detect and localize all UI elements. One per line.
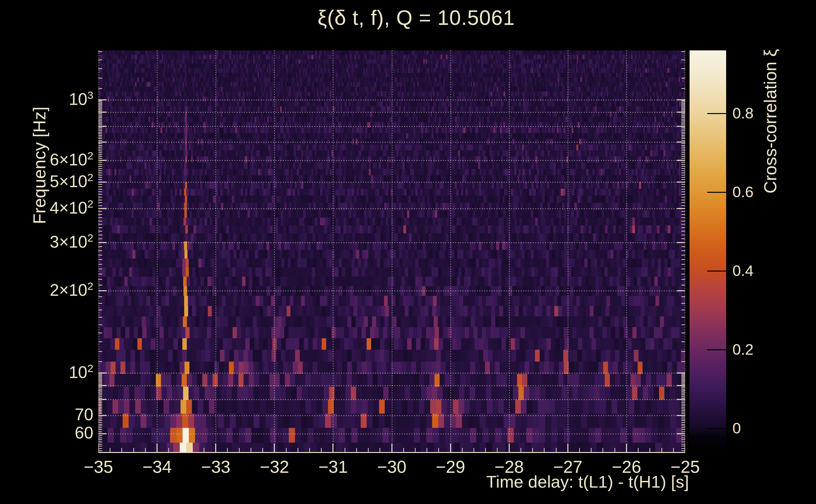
- y-tick-label: 3×102: [0, 232, 93, 251]
- heatmap-canvas: [98, 50, 685, 453]
- colorbar-tick-label: 0.8: [733, 105, 754, 122]
- colorbar-tick: [707, 113, 726, 114]
- colorbar-tick-label: 0.2: [733, 341, 754, 358]
- colorbar-tick-label: 0: [733, 420, 741, 437]
- y-tick-label: 103: [0, 89, 93, 109]
- x-axis-title: Time delay: t(L1) - t(H1) [s]: [0, 472, 689, 491]
- figure: ξ(δ t, f), Q = 10.5061 Frequency [Hz] −3…: [0, 0, 816, 504]
- y-tick-label: 102: [0, 362, 93, 382]
- colorbar-tick-label: 0.4: [733, 262, 754, 279]
- chart-title: ξ(δ t, f), Q = 10.5061: [16, 6, 816, 30]
- y-tick-label: 2×102: [0, 280, 93, 300]
- y-tick-label: 70: [0, 405, 93, 424]
- y-tick-label: 4×102: [0, 198, 93, 217]
- y-tick-label: 6×102: [0, 150, 93, 169]
- colorbar: [690, 50, 726, 453]
- colorbar-title-wrap: Cross-correlation ξ: [753, 47, 788, 195]
- colorbar-tick: [707, 271, 726, 272]
- colorbar-title: Cross-correlation ξ: [760, 49, 780, 194]
- y-tick-label: 60: [0, 423, 93, 442]
- colorbar-tick-label: 0.6: [733, 183, 754, 201]
- y-tick-label: 5×102: [0, 171, 93, 191]
- colorbar-tick: [707, 192, 726, 193]
- colorbar-tick: [707, 428, 726, 429]
- colorbar-tick: [707, 349, 726, 350]
